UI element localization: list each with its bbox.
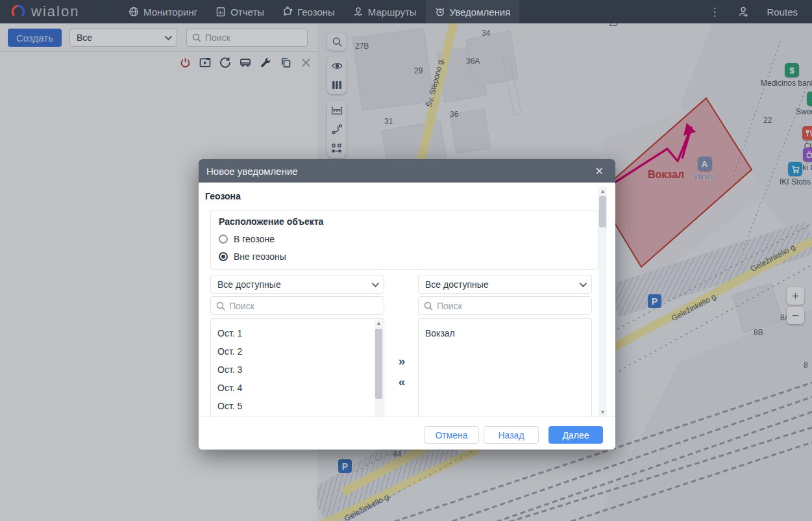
list-item[interactable]: Вокзал — [419, 324, 591, 342]
available-search — [210, 296, 384, 315]
radio-in-geofence[interactable]: В геозоне — [219, 234, 590, 244]
object-location-title: Расположение объекта — [219, 216, 590, 227]
tab-label: Уведомления — [450, 6, 511, 18]
list-scrollbar[interactable]: ▲ — [375, 320, 383, 416]
radio-icon — [219, 235, 228, 244]
list-item[interactable]: Ост. 5 — [211, 397, 384, 415]
radio-icon-selected — [219, 252, 228, 261]
tab-reports[interactable]: Отчеты — [206, 0, 273, 23]
user-switch-icon[interactable] — [737, 5, 750, 18]
object-location-box: Расположение объекта В геозоне Вне геозо… — [210, 210, 598, 270]
list-item[interactable]: Ост. 2 — [211, 342, 384, 361]
globe-icon — [129, 6, 139, 17]
selected-geofences-list: Вокзал — [418, 318, 592, 416]
scroll-up-arrow[interactable]: ▲ — [375, 320, 383, 326]
list-item[interactable]: Ост. 1 — [211, 324, 384, 342]
scrollbar-thumb[interactable] — [375, 329, 382, 399]
selected-filter-dropdown[interactable]: Все доступные — [418, 275, 592, 294]
chevron-down-icon — [580, 279, 587, 286]
tab-label: Отчеты — [230, 6, 264, 18]
cancel-button[interactable]: Отмена — [424, 426, 479, 444]
list-item[interactable]: Ост. 3 — [211, 361, 384, 379]
chevron-down-icon — [372, 279, 379, 286]
scroll-down-arrow[interactable]: ▼ — [598, 409, 607, 415]
dialog-scrollbar[interactable]: ▲ ▼ — [598, 187, 607, 416]
dialog-header: Новое уведомление ✕ — [199, 159, 615, 183]
available-search-input[interactable] — [229, 301, 378, 311]
scroll-up-arrow[interactable]: ▲ — [598, 188, 607, 194]
topbar-right: ⋮ Routes — [709, 5, 812, 18]
dropdown-value: Все доступные — [217, 279, 281, 290]
radio-out-of-geofence[interactable]: Вне геозоны — [219, 251, 590, 262]
dialog-title: Новое уведомление — [206, 166, 298, 177]
radio-label: В геозоне — [234, 234, 275, 244]
wialon-logo: wialon — [10, 3, 108, 20]
topbar: wialon Мониторинг Отчеты — [0, 0, 812, 23]
tab-label: Геозоны — [297, 6, 335, 18]
wialon-logo-icon — [10, 4, 26, 19]
tab-geofences[interactable]: Геозоны — [273, 0, 344, 23]
tab-notifications[interactable]: Уведомления — [426, 0, 520, 23]
tab-routes[interactable]: Маршруты — [344, 0, 426, 23]
scrollbar-thumb[interactable] — [599, 196, 606, 227]
new-notification-dialog: Новое уведомление ✕ Геозона ▲ ▼ Располож… — [199, 159, 615, 450]
geofence-icon — [282, 6, 293, 17]
search-icon — [216, 301, 225, 311]
dialog-footer: Отмена Назад Далее — [199, 416, 615, 450]
back-button[interactable]: Назад — [484, 426, 539, 444]
tab-monitoring[interactable]: Мониторинг — [119, 0, 206, 23]
selected-search-input[interactable] — [437, 301, 586, 311]
notifications-icon — [435, 6, 445, 17]
search-icon — [424, 301, 433, 311]
radio-label: Вне геозоны — [234, 251, 286, 262]
tab-label: Мониторинг — [143, 6, 197, 18]
move-left-button[interactable]: « — [391, 375, 413, 389]
wialon-logo-text: wialon — [31, 3, 79, 20]
overflow-menu-icon[interactable]: ⋮ — [709, 6, 720, 18]
routes-icon — [353, 6, 363, 17]
step-label: Геозона — [205, 191, 241, 201]
dropdown-value: Все доступные — [425, 279, 489, 290]
user-menu-label[interactable]: Routes — [767, 6, 798, 18]
close-icon[interactable]: ✕ — [591, 164, 608, 179]
move-right-button[interactable]: » — [391, 354, 413, 368]
reports-icon — [215, 6, 226, 17]
available-geofences-list: Ост. 1 Ост. 2 Ост. 3 Ост. 4 Ост. 5 ▲ — [210, 318, 384, 416]
next-button[interactable]: Далее — [548, 426, 603, 444]
main-nav: Мониторинг Отчеты Геозоны — [119, 0, 519, 23]
list-item[interactable]: Ост. 4 — [211, 379, 384, 397]
tab-label: Маршруты — [368, 6, 417, 18]
available-filter-dropdown[interactable]: Все доступные — [210, 275, 384, 294]
selected-search — [418, 296, 592, 315]
